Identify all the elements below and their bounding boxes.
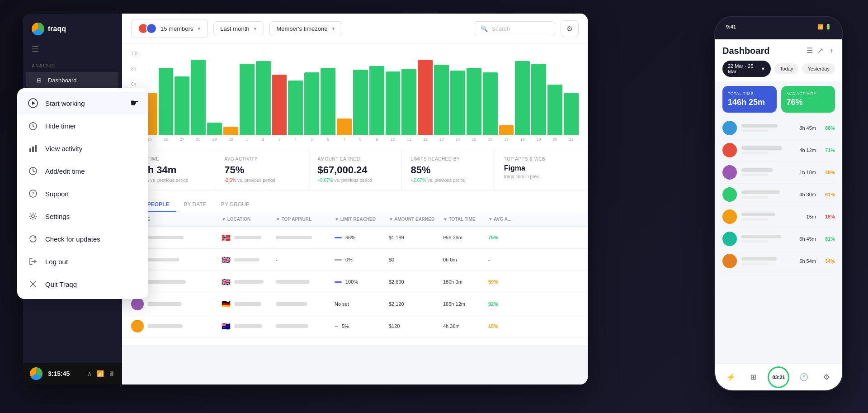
date-filter[interactable]: Last month ▼	[213, 21, 264, 36]
tab-by-date[interactable]: BY DATE	[176, 198, 213, 212]
menu-item-hide-timer[interactable]: Hide timer	[17, 114, 148, 137]
taskbar-chevron-icon: ∧	[87, 370, 92, 377]
chart-bars-wrapper: 25 26 27 28 29 30 1 2 3 4 5 6 7 8	[142, 51, 579, 142]
stat-change: -2.5% vs. previous period	[224, 178, 299, 183]
menu-item-start-working[interactable]: Start working ☛	[17, 92, 148, 114]
phone-list-item: 5h 54m 34%	[722, 250, 835, 272]
filter-icon-btn[interactable]: ⚙	[561, 20, 579, 37]
tab-by-group[interactable]: BY GROUP	[214, 198, 257, 212]
bar-group	[531, 51, 546, 135]
cell-avg: 59%	[488, 279, 524, 285]
chart-x-labels: 25 26 27 28 29 30 1 2 3 4 5 6 7 8	[142, 137, 579, 142]
limit-bar	[335, 237, 342, 238]
phone-avg-label: AVG activity	[787, 91, 830, 96]
menu-item-label: Check for updates	[45, 235, 100, 243]
table-row: 🇦🇺 5% $120 4h 36m 15%	[122, 315, 588, 337]
grid-icon[interactable]: ⊞	[745, 369, 762, 385]
menu-item-label: Hide timer	[45, 122, 76, 130]
data-table: ▼ NAME ▼ LOCATION ▼ TOP APP/URL ▼ LIMIT …	[122, 212, 588, 337]
taskbar-wifi-icon: 📶	[96, 370, 104, 377]
svg-line-4	[33, 126, 34, 127]
cell-avg: 75%	[488, 235, 524, 240]
close-icon	[28, 279, 38, 289]
phone-avatar	[722, 209, 737, 224]
phone-sub-bar	[741, 240, 769, 243]
svg-rect-7	[32, 147, 34, 152]
logout-icon	[28, 256, 38, 266]
filter-icon[interactable]: ☰	[807, 46, 813, 56]
sidebar-item-label: Dashboard	[48, 77, 77, 84]
lightning-icon[interactable]: ⚡	[723, 369, 739, 385]
phone-dashboard-title: Dashboard	[722, 46, 769, 56]
menu-item-label: Quit Traqq	[45, 280, 77, 288]
clock-icon	[28, 166, 38, 176]
menu-item-check-updates[interactable]: Check for updates	[17, 228, 148, 250]
cell-avg: 92%	[488, 301, 524, 307]
menu-item-log-out[interactable]: Log out	[17, 250, 148, 273]
stat-limits-reached: LIMITS REACHED BY 85% +2.67% vs. previou…	[402, 149, 495, 190]
location-placeholder	[234, 236, 261, 239]
menu-item-add-edit-time[interactable]: Add/edit time	[17, 160, 148, 182]
phone-sub-bar	[741, 152, 769, 154]
cell-top-app: -	[276, 257, 335, 262]
cell-name	[131, 298, 222, 310]
limit-bar	[335, 281, 342, 283]
yesterday-btn[interactable]: Yesterday	[802, 63, 835, 74]
phone-list-item: 1h 18m 48%	[722, 161, 835, 184]
phone-avatar	[722, 232, 737, 246]
menu-item-settings[interactable]: Settings	[17, 205, 148, 228]
col-avg: ▼ AVG A...	[488, 217, 524, 222]
today-btn[interactable]: Today	[774, 63, 798, 74]
search-box[interactable]: 🔍 Search	[474, 21, 555, 36]
sidebar-item-dashboard[interactable]: ⊞ Dashboard	[26, 72, 118, 88]
chevron-icon: ▼	[760, 66, 765, 71]
phone-item-time: 5h 54m	[799, 258, 816, 264]
stat-change: traqq.com in prev...	[504, 174, 579, 179]
cell-limit: 66%	[335, 235, 389, 240]
timezone-label: Member's timezone	[276, 25, 327, 32]
help-icon: ?	[28, 189, 38, 199]
table-area: BY PEOPLE BY DATE BY GROUP ▼ NAME ▼ LOCA…	[122, 190, 588, 345]
phone-avatar	[722, 121, 737, 135]
hamburger-icon[interactable]: ☰	[23, 44, 122, 63]
cell-avg: 15%	[488, 323, 524, 329]
cell-limit: 100%	[335, 279, 389, 285]
taskbar-logo-icon	[30, 367, 42, 380]
clock-icon[interactable]: 🕐	[796, 369, 812, 385]
stat-change: +0.67% vs. previous period	[317, 178, 392, 183]
menu-item-quit[interactable]: Quit Traqq	[17, 273, 148, 295]
avatar	[131, 320, 144, 332]
phone-list-item: 4h 12m 71%	[722, 139, 835, 161]
stat-value: 75%	[224, 164, 299, 176]
phone-user-info	[741, 124, 795, 132]
settings-icon[interactable]: ⚙	[818, 369, 835, 385]
date-range-btn[interactable]: 22 Mar - 25 Mar ▼	[722, 61, 771, 77]
bar-group	[337, 51, 352, 135]
phone-screen: Dashboard ☰ ↗ ＋ 22 Mar - 25 Mar ▼ Today …	[715, 39, 842, 363]
stat-value: $67,000.24	[317, 164, 392, 176]
date-filter-label: Last month	[220, 25, 249, 32]
timer-button[interactable]: 03:21	[768, 366, 789, 388]
bar-group	[515, 51, 530, 135]
phone-user-info	[741, 257, 795, 265]
member-avatars	[138, 23, 157, 34]
add-icon[interactable]: ＋	[828, 46, 835, 56]
table-tabs: BY PEOPLE BY DATE BY GROUP	[122, 198, 588, 212]
menu-item-view-activity[interactable]: View activity	[17, 137, 148, 160]
stat-value: 85%	[411, 164, 486, 176]
phone-list: 8h 45m 88% 4h 12m 71% 1h 18m 48%	[715, 117, 842, 272]
col-limit: ▼ LIMIT REACHED	[335, 217, 389, 222]
phone-user-info	[741, 213, 802, 221]
phone-name-bar	[741, 213, 775, 216]
stat-label: AMOUNT EARNED	[317, 157, 392, 161]
menu-item-support[interactable]: ? Support	[17, 182, 148, 205]
cell-total: 0h 0m	[443, 257, 488, 262]
external-link-icon[interactable]: ↗	[817, 46, 823, 56]
bar-group	[191, 51, 206, 135]
limit-bar	[335, 259, 342, 261]
cell-earned: $2,600	[389, 279, 443, 285]
phone-bottom-bar: ⚡ ⊞ 03:21 🕐 ⚙	[715, 363, 842, 390]
timezone-filter[interactable]: Member's timezone ▼	[269, 21, 342, 36]
members-filter[interactable]: 15 members ▼	[131, 19, 208, 38]
cell-top-app	[276, 324, 335, 328]
